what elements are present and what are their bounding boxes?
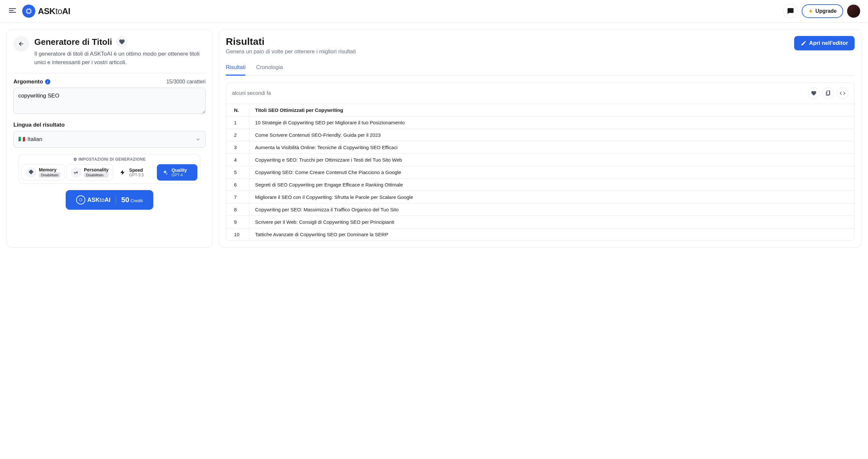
svg-rect-3 xyxy=(27,9,31,13)
row-number: 1 xyxy=(226,116,249,129)
results-title: Risultati xyxy=(226,36,356,47)
tool-title-block: Generatore di Titoli Il generatore di ti… xyxy=(34,36,206,66)
ask-btn-logo: ASKtoAI xyxy=(76,195,111,204)
result-actions xyxy=(808,87,848,99)
memory-label: Memory xyxy=(39,167,60,172)
row-title: Scrivere per il Web: Consigli di Copywri… xyxy=(249,216,854,228)
back-button[interactable] xyxy=(13,36,29,52)
flag-icon: 🇮🇹 xyxy=(18,136,25,143)
header-left: ASKtoAI xyxy=(8,5,70,18)
heart-icon xyxy=(811,90,817,96)
logo-chip-icon xyxy=(22,5,35,18)
results-tabs: Risultati Cronologia xyxy=(226,60,855,76)
argomento-label: Argomento i xyxy=(13,79,50,85)
app-header: ASKtoAI Upgrade xyxy=(0,0,868,23)
menu-toggle-button[interactable] xyxy=(8,6,17,17)
heart-icon xyxy=(119,38,125,45)
app-logo[interactable]: ASKtoAI xyxy=(22,5,70,18)
sparkle-icon xyxy=(161,169,169,176)
col-title-header: Titoli SEO Ottimizzati per Copywriting xyxy=(249,104,854,116)
gear-icon xyxy=(73,157,77,161)
table-row: 4Copywriting e SEO: Trucchi per Ottimizz… xyxy=(226,154,854,166)
upgrade-label: Upgrade xyxy=(815,8,837,14)
generate-button[interactable]: ASKtoAI 50 Crediti xyxy=(66,190,153,210)
result-card: alcuni secondi fa N. xyxy=(226,82,855,241)
lingua-select[interactable]: 🇮🇹 Italian xyxy=(13,131,206,147)
user-avatar[interactable] xyxy=(847,5,860,18)
quality-option[interactable]: Quality GPT-4 xyxy=(157,164,197,180)
info-icon[interactable]: i xyxy=(45,79,50,84)
lingua-label: Lingua del risultato xyxy=(13,122,206,128)
lingua-section: Lingua del risultato 🇮🇹 Italian xyxy=(13,122,206,147)
chat-button[interactable] xyxy=(783,4,798,18)
results-table: N. Titoli SEO Ottimizzati per Copywritin… xyxy=(226,104,854,240)
personality-status: Disabilitato xyxy=(84,172,108,178)
table-row: 3Aumenta la Visibilità Online: Tecniche … xyxy=(226,141,854,154)
chat-icon xyxy=(787,7,794,15)
lightning-icon xyxy=(119,169,126,176)
char-count: 15/3000 caratteri xyxy=(166,79,206,85)
memory-option[interactable]: Memory Disabilitato xyxy=(22,164,65,180)
header-right: Upgrade xyxy=(783,4,860,18)
results-header: Risultati Genera un paio di volte per ot… xyxy=(226,36,855,55)
tab-cronologia[interactable]: Cronologia xyxy=(256,60,283,76)
row-number: 2 xyxy=(226,129,249,141)
table-row: 110 Strategie di Copywriting SEO per Mig… xyxy=(226,116,854,129)
argomento-section: Argomento i 15/3000 caratteri copywritin… xyxy=(13,79,206,115)
speed-option[interactable]: Speed GPT-3.5 xyxy=(115,164,155,180)
pencil-icon xyxy=(801,40,807,46)
result-card-header: alcuni secondi fa xyxy=(226,83,854,104)
generation-settings: IMPOSTAZIONI DI GENERAZIONE Memory Disab… xyxy=(19,154,200,183)
memory-status: Disabilitato xyxy=(39,172,60,178)
gen-settings-title: IMPOSTAZIONI DI GENERAZIONE xyxy=(22,157,197,162)
open-editor-button[interactable]: Apri nell'editor xyxy=(794,36,855,50)
chevron-down-icon xyxy=(195,137,201,142)
row-number: 7 xyxy=(226,191,249,203)
row-title: Copywriting e SEO: Trucchi per Ottimizza… xyxy=(249,154,854,166)
lightning-icon xyxy=(808,8,813,14)
logo-text: ASKtoAI xyxy=(38,6,70,17)
clipboard-icon xyxy=(825,90,831,96)
speed-label: Speed xyxy=(129,168,144,173)
table-row: 7Migliorare il SEO con il Copywriting: S… xyxy=(226,191,854,203)
table-row: 10Tattiche Avanzate di Copywriting SEO p… xyxy=(226,228,854,241)
favorite-result-button[interactable] xyxy=(808,87,819,99)
tool-title: Generatore di Titoli xyxy=(34,37,112,47)
row-number: 3 xyxy=(226,141,249,154)
svg-rect-13 xyxy=(80,199,82,201)
quality-sub: GPT-4 xyxy=(172,173,187,177)
copy-result-button[interactable] xyxy=(822,87,834,99)
table-row: 9Scrivere per il Web: Consigli di Copywr… xyxy=(226,216,854,228)
chip-icon xyxy=(76,195,85,204)
table-row: 6Segreti di SEO Copywriting per Engage E… xyxy=(226,179,854,191)
code-icon xyxy=(840,90,845,96)
code-result-button[interactable] xyxy=(837,87,848,99)
row-number: 9 xyxy=(226,216,249,228)
tool-header: Generatore di Titoli Il generatore di ti… xyxy=(13,36,206,73)
table-row: 8Copywriting per SEO: Massimizza il Traf… xyxy=(226,203,854,216)
table-row: 5Copywriting SEO: Come Creare Contenuti … xyxy=(226,166,854,179)
generator-panel: Generatore di Titoli Il generatore di ti… xyxy=(6,29,212,248)
argomento-input[interactable]: copywriting SEO xyxy=(13,88,206,114)
quality-label: Quality xyxy=(172,168,187,173)
row-number: 6 xyxy=(226,179,249,191)
lingua-value: Italian xyxy=(27,136,42,143)
results-subtitle: Genera un paio di volte per ottenere i m… xyxy=(226,49,356,55)
tab-risultati[interactable]: Risultati xyxy=(226,60,245,76)
upgrade-button[interactable]: Upgrade xyxy=(802,4,843,18)
arrow-left-icon xyxy=(18,40,25,47)
personality-option[interactable]: Personality Disabilitato xyxy=(67,164,113,180)
table-row: 2Come Scrivere Contenuti SEO-Friendly: G… xyxy=(226,129,854,141)
row-number: 4 xyxy=(226,154,249,166)
speed-sub: GPT-3.5 xyxy=(129,173,144,177)
tool-description: Il generatore di titoli di ASKToAI è un … xyxy=(34,50,206,66)
favorite-button[interactable] xyxy=(116,36,128,48)
row-title: Come Scrivere Contenuti SEO-Friendly: Gu… xyxy=(249,129,854,141)
results-panel: Risultati Genera un paio di volte per ot… xyxy=(219,29,862,248)
row-title: Aumenta la Visibilità Online: Tecniche d… xyxy=(249,141,854,154)
row-title: 10 Strategie di Copywriting SEO per Migl… xyxy=(249,116,854,129)
personality-label: Personality xyxy=(84,167,108,172)
row-title: Copywriting SEO: Come Creare Contenuti C… xyxy=(249,166,854,179)
ask-btn-credits: 50 Crediti xyxy=(121,196,143,204)
megaphone-icon xyxy=(71,167,82,178)
